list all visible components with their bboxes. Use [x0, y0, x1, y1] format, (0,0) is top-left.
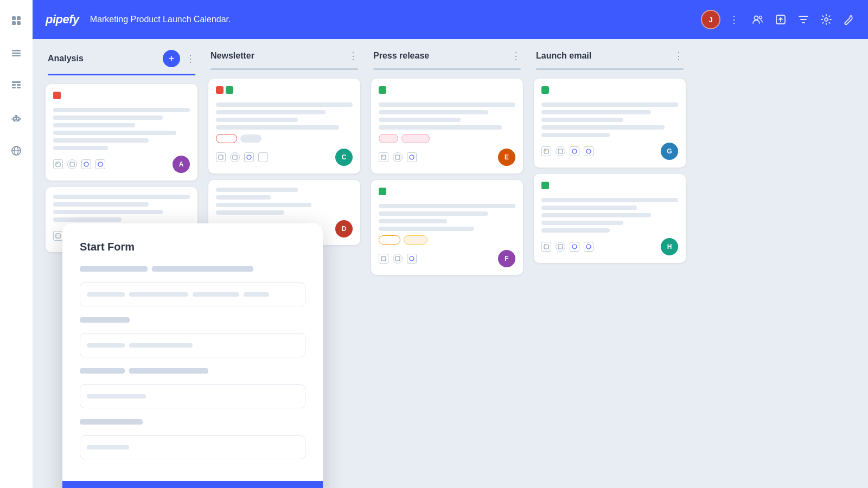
- svg-point-15: [17, 118, 18, 120]
- card-tags: [379, 86, 515, 98]
- card-icon-2[interactable]: [556, 146, 565, 156]
- card-icon-1[interactable]: [541, 146, 551, 156]
- skeleton: [541, 133, 610, 137]
- card-footer: E: [379, 149, 515, 166]
- skeleton: [379, 102, 515, 107]
- svg-point-43: [382, 156, 384, 157]
- column-launch-email-menu[interactable]: ⋮: [674, 50, 684, 62]
- form-field-2: [80, 317, 305, 357]
- card-icon-2[interactable]: [230, 152, 240, 162]
- placeholder-block: [193, 292, 239, 297]
- skeleton: [216, 102, 353, 107]
- people-icon[interactable]: [752, 14, 764, 25]
- column-press-release: Press release ⋮: [371, 50, 523, 477]
- skeleton: [53, 202, 149, 207]
- column-press-release-menu[interactable]: ⋮: [511, 50, 521, 62]
- form-input-3[interactable]: [80, 384, 305, 408]
- skeleton: [53, 123, 135, 127]
- card-icon-2[interactable]: [393, 152, 403, 162]
- tag-green: [541, 182, 549, 189]
- filter-icon[interactable]: [797, 14, 809, 25]
- form-input-1[interactable]: [80, 282, 305, 306]
- card-icon-3[interactable]: [407, 254, 417, 264]
- card-icon-1[interactable]: [216, 152, 226, 162]
- svg-rect-44: [395, 155, 400, 159]
- column-press-release-line: [373, 68, 521, 70]
- skeleton: [53, 131, 176, 135]
- card-icon-4[interactable]: [95, 159, 105, 169]
- header-menu-icon[interactable]: ⋮: [729, 14, 739, 25]
- sidebar: [0, 0, 33, 488]
- card-icon-1[interactable]: [379, 254, 388, 264]
- skeleton: [216, 203, 311, 207]
- column-launch-email-title: Launch email: [536, 51, 668, 61]
- svg-rect-31: [56, 234, 60, 238]
- badge-outline-red: [216, 134, 237, 143]
- card-icon-3[interactable]: [570, 146, 579, 156]
- badge-orange: [379, 235, 400, 245]
- skeleton: [216, 210, 284, 215]
- svg-point-59: [586, 245, 591, 249]
- label-skeleton: [80, 368, 125, 374]
- skeleton: [541, 118, 623, 122]
- avatar-launch-1: G: [661, 143, 678, 160]
- sidebar-icon-grid[interactable]: [7, 11, 26, 30]
- svg-point-32: [57, 235, 58, 236]
- svg-rect-1: [17, 16, 21, 20]
- sidebar-icon-list[interactable]: [7, 43, 26, 63]
- card-icon-4[interactable]: [584, 146, 593, 156]
- card-icon-3[interactable]: [407, 152, 417, 162]
- form-field-1: [80, 266, 305, 306]
- avatar-image: J: [702, 10, 719, 29]
- card-icon-3[interactable]: [81, 159, 91, 169]
- skeleton: [379, 204, 515, 208]
- skeleton: [53, 217, 122, 222]
- card-icon-4[interactable]: [584, 242, 593, 252]
- user-avatar[interactable]: J: [701, 10, 720, 29]
- card-icon-1[interactable]: [53, 159, 63, 169]
- sidebar-icon-robot[interactable]: [7, 108, 26, 128]
- avatar-analysis-1: A: [173, 156, 190, 173]
- sidebar-icon-globe[interactable]: [7, 141, 26, 160]
- svg-rect-50: [544, 149, 548, 153]
- svg-rect-46: [381, 256, 386, 261]
- card-badges: [216, 134, 353, 143]
- card-icon-3[interactable]: [570, 242, 579, 252]
- label-skeleton: [80, 317, 130, 323]
- column-analysis-add-button[interactable]: +: [163, 50, 180, 67]
- skeleton: [541, 206, 637, 210]
- card-icon-1[interactable]: [541, 242, 551, 252]
- export-icon[interactable]: [775, 14, 787, 25]
- badge-orange-fill: [404, 235, 427, 245]
- card-icon-4[interactable]: [258, 152, 268, 162]
- card-badges: [379, 134, 515, 143]
- svg-rect-18: [20, 118, 21, 120]
- form-input-4[interactable]: [80, 435, 305, 459]
- column-press-release-title: Press release: [373, 51, 506, 61]
- card-icon-1[interactable]: [53, 231, 63, 241]
- column-analysis-header: Analysis + ⋮: [46, 50, 197, 67]
- wrench-icon[interactable]: [843, 14, 855, 25]
- modal-footer: Create new card: [62, 481, 323, 488]
- svg-rect-16: [15, 120, 17, 121]
- tag-green: [541, 86, 549, 94]
- form-input-2[interactable]: [80, 333, 305, 357]
- skeleton: [53, 195, 190, 199]
- label-skeleton: [80, 266, 148, 272]
- card-icon-2[interactable]: [393, 254, 403, 264]
- placeholder-block: [244, 292, 269, 297]
- svg-rect-7: [12, 81, 21, 83]
- card-tags: [379, 188, 515, 200]
- column-analysis-menu[interactable]: ⋮: [186, 53, 195, 65]
- card-icon-1[interactable]: [379, 152, 388, 162]
- column-newsletter-menu[interactable]: ⋮: [348, 50, 358, 62]
- card-icon-2[interactable]: [67, 159, 77, 169]
- header-right: J ⋮: [701, 10, 855, 29]
- sidebar-icon-table[interactable]: [7, 76, 26, 95]
- card-icon-2[interactable]: [556, 242, 565, 252]
- card-icon-3[interactable]: [244, 152, 254, 162]
- svg-point-54: [586, 149, 591, 153]
- settings-icon[interactable]: [820, 14, 832, 25]
- create-new-card-button[interactable]: Create new card: [62, 481, 323, 488]
- svg-rect-37: [233, 155, 237, 159]
